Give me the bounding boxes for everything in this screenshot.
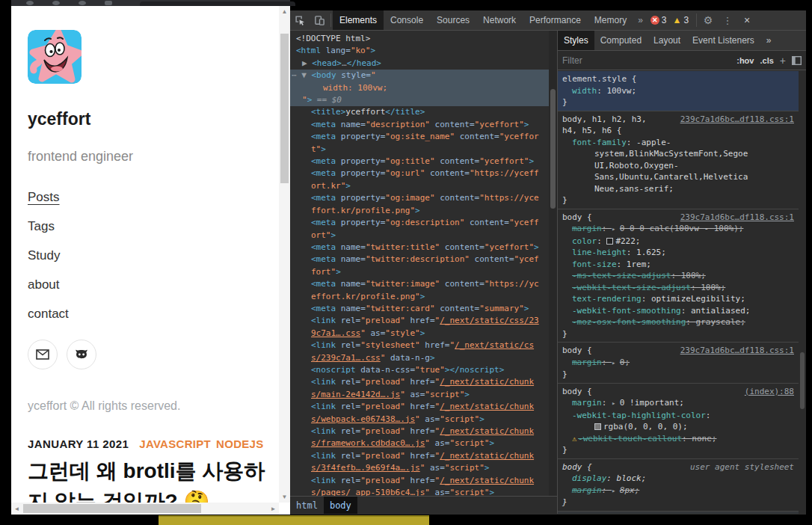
nav-item-posts[interactable]: Posts: [28, 190, 267, 205]
color-swatch[interactable]: [606, 238, 613, 245]
css-declaration[interactable]: margin: ▸ 8px;: [562, 485, 794, 497]
css-declaration[interactable]: -ms-text-size-adjust: 100%;: [562, 270, 794, 282]
new-style-rule-button[interactable]: +: [780, 55, 786, 67]
code-line[interactable]: <noscript data-n-css="true"></noscript>: [290, 364, 549, 376]
error-badge[interactable]: ✕ 3: [648, 15, 670, 25]
css-declaration[interactable]: -webkit-text-size-adjust: 100%;: [562, 282, 794, 294]
code-line[interactable]: <meta property="og:image" content="https…: [290, 192, 549, 204]
css-declaration[interactable]: text-rendering: optimizeLegibility;: [562, 293, 794, 305]
code-line[interactable]: ffort.kr/profile.png">: [290, 205, 549, 217]
tab-elements[interactable]: Elements: [333, 10, 384, 30]
resource-link[interactable]: s/main-2e4142d….js: [311, 390, 400, 399]
css-declaration[interactable]: color: #222;: [562, 236, 794, 248]
resource-link[interactable]: s/webpack-e067438….js: [311, 414, 415, 424]
tab-sources[interactable]: Sources: [430, 10, 476, 30]
forward-icon[interactable]: [52, 1, 60, 5]
mail-button[interactable]: [28, 340, 58, 369]
css-declaration[interactable]: margin: ▸ 0 !important;: [562, 397, 794, 410]
css-declaration[interactable]: font-size: 1rem;: [562, 259, 794, 271]
back-icon[interactable]: [26, 1, 34, 5]
code-line[interactable]: s/239c7a1….css" data-n-g>: [290, 352, 549, 364]
code-line[interactable]: <meta property="og:url" content="https:/…: [290, 168, 549, 179]
breadcrumb-body[interactable]: body: [324, 497, 357, 515]
code-line[interactable]: <!DOCTYPE html>: [290, 33, 549, 45]
post-tag-link[interactable]: JAVASCRIPT: [139, 438, 211, 450]
styles-scroll-thumb[interactable]: [800, 352, 805, 409]
resource-link[interactable]: /_next/static/chunk: [440, 476, 534, 485]
nav-item-contact[interactable]: contact: [28, 307, 267, 322]
css-declaration[interactable]: line-height: 1.625;: [562, 247, 794, 259]
page-vscroll-thumb[interactable]: [280, 34, 289, 183]
warning-badge[interactable]: ▲ 3: [670, 15, 692, 25]
styles-tab-computed[interactable]: Computed: [594, 31, 648, 50]
code-line[interactable]: <meta property="og:title" content="yceff…: [290, 156, 549, 168]
code-line[interactable]: <meta name="twitter:title" content="ycef…: [290, 242, 549, 254]
css-declaration[interactable]: display: block;: [562, 473, 794, 485]
code-line[interactable]: fort">: [290, 266, 549, 278]
tab-console[interactable]: Console: [384, 10, 430, 30]
elements-scrollbar[interactable]: [549, 31, 557, 496]
resource-link[interactable]: /_next/static/chunk: [440, 377, 534, 387]
page-vertical-scrollbar[interactable]: ▲ ▼: [279, 6, 290, 503]
shorthand-expand-icon[interactable]: ▸: [612, 359, 620, 366]
code-line[interactable]: <meta name="description" content="yceffo…: [290, 119, 549, 131]
rule-selector[interactable]: body {: [562, 212, 592, 224]
code-line[interactable]: <link rel="preload" href="/_next/static/…: [290, 315, 549, 327]
rule-selector[interactable]: body {: [562, 461, 592, 473]
shorthand-expand-icon[interactable]: ▸: [612, 399, 620, 407]
nav-item-tags[interactable]: Tags: [28, 219, 267, 234]
styles-tab-styles[interactable]: Styles: [558, 31, 594, 50]
code-line[interactable]: t">: [290, 144, 549, 156]
code-line[interactable]: <html lang="ko">: [290, 45, 549, 57]
code-line[interactable]: ⋯ ▼ <body style=": [290, 70, 549, 82]
code-line[interactable]: s/main-2e4142d….js" as="script">: [290, 389, 549, 401]
code-line[interactable]: ▶ <head>…</head>: [290, 58, 549, 70]
resource-link[interactable]: s/framework.cdbdac0….js: [311, 438, 425, 448]
scroll-up-icon[interactable]: ▲: [279, 6, 290, 17]
resource-link[interactable]: /_next/static/cs: [455, 340, 534, 350]
settings-gear-icon[interactable]: ⚙: [698, 10, 718, 30]
color-swatch[interactable]: [594, 423, 601, 430]
rule-selector[interactable]: element.style {: [562, 73, 636, 85]
code-line[interactable]: s/framework.cdbdac0….js" as="script">: [290, 438, 549, 449]
styles-tab-layout[interactable]: Layout: [648, 31, 686, 50]
toggle-hover-state-button[interactable]: :hov: [736, 56, 754, 65]
css-declaration[interactable]: -webkit-tap-highlight-color:: [562, 410, 794, 422]
tab-performance[interactable]: Performance: [523, 10, 588, 30]
stylesheet-source-link[interactable]: (index):88: [745, 386, 794, 398]
github-button[interactable]: [67, 340, 96, 369]
code-line[interactable]: <link rel="preload" href="/_next/static/…: [290, 475, 549, 487]
stylesheet-source-link[interactable]: 239c7a1d6bc…df118.css:1: [680, 212, 794, 224]
rule-selector[interactable]: body, h1, h2, h3,: [562, 114, 647, 126]
resource-link[interactable]: /_next/static/chunk: [440, 426, 534, 436]
code-line[interactable]: s/3f4fefb….9e69f4a….js" as="script">: [290, 462, 549, 474]
css-declaration[interactable]: font-family: -apple-: [562, 137, 794, 149]
code-line[interactable]: effort.kr/profile.png">: [290, 291, 549, 303]
code-line[interactable]: <meta name="twitter:card" content="summa…: [290, 303, 549, 315]
code-line[interactable]: ort.kr">: [290, 180, 549, 192]
stylesheet-source-link[interactable]: 239c7a1d6bc…df118.css:1: [680, 114, 794, 126]
code-line[interactable]: "> == $0: [290, 94, 549, 106]
tab-network[interactable]: Network: [476, 10, 523, 30]
code-line[interactable]: width: 100vw;: [290, 82, 549, 94]
inspect-element-icon[interactable]: [290, 10, 310, 30]
code-line[interactable]: 9c7a1….css" as="style">: [290, 328, 549, 340]
style-filter-input[interactable]: [562, 55, 731, 66]
devtools-close-icon[interactable]: ×: [737, 10, 757, 30]
css-declaration[interactable]: margin: ▸ 0;: [562, 357, 794, 369]
code-line[interactable]: s/webpack-e067438….js" as="script">: [290, 414, 549, 426]
code-line[interactable]: <title>yceffort</title>: [290, 106, 549, 118]
nav-item-about[interactable]: about: [28, 277, 267, 292]
more-tabs-chevron[interactable]: »: [633, 15, 648, 25]
scroll-left-icon[interactable]: ◄: [11, 503, 22, 515]
resource-link[interactable]: /_next/static/chunk: [440, 402, 534, 411]
page-horizontal-scrollbar[interactable]: ◄ ►: [11, 503, 279, 515]
code-line[interactable]: <meta property="og:site_name" content="y…: [290, 131, 549, 143]
css-declaration[interactable]: width: 100vw;: [562, 85, 794, 97]
css-declaration[interactable]: -moz-osx-font-smoothing: grayscale;: [562, 316, 794, 328]
nav-item-study[interactable]: Study: [28, 248, 267, 263]
code-line[interactable]: <link rel="preload" href="/_next/static/…: [290, 426, 549, 438]
code-line[interactable]: <link rel="stylesheet" href="/_next/stat…: [290, 340, 549, 351]
stylesheet-source-link[interactable]: 239c7a1d6bc…df118.css:1: [680, 345, 794, 357]
code-line[interactable]: ort">: [290, 230, 549, 242]
